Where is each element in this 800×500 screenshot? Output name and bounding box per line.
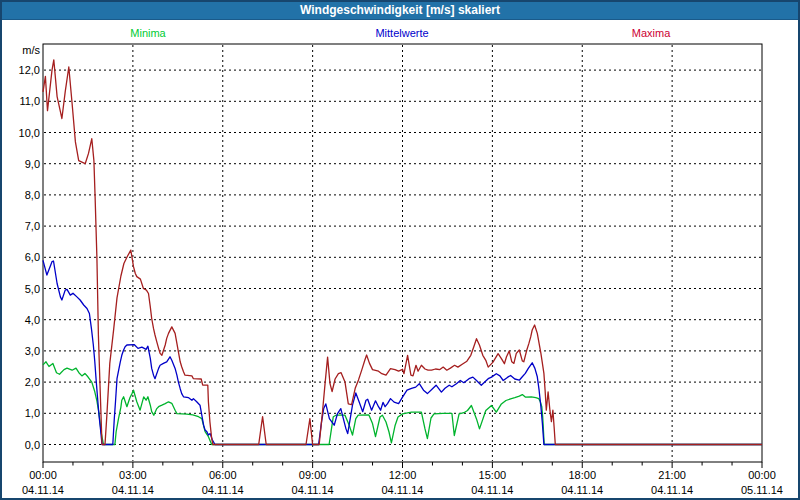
y-tick-label: 6,0 [25,251,40,263]
y-tick-label: 11,0 [19,95,40,107]
y-axis-unit-label: m/s [22,44,40,56]
x-tick-time-label: 18:00 [568,469,596,481]
y-tick-label: 4,0 [25,314,40,326]
x-tick-time-label: 09:00 [299,469,327,481]
y-tick-label: 2,0 [25,376,40,388]
y-tick-label: 3,0 [25,345,40,357]
y-tick-label: 0,0 [25,439,40,451]
x-tick-date-label: 04.11.14 [651,484,693,496]
x-tick-date-label: 04.11.14 [22,484,64,496]
x-tick-date-label: 04.11.14 [292,484,334,496]
x-tick-time-label: 12:00 [389,469,417,481]
y-tick-label: 9,0 [25,158,40,170]
y-tick-label: 1,0 [25,407,40,419]
x-tick-time-label: 00:00 [748,469,776,481]
y-tick-label: 12,0 [19,64,40,76]
x-tick-date-label: 04.11.14 [202,484,244,496]
y-tick-label: 10,0 [19,127,40,139]
chart-window: Windgeschwindigkeit [m/s] skaliert Minim… [0,0,800,500]
series-line-minima [43,362,762,445]
y-tick-label: 8,0 [25,189,40,201]
x-tick-date-label: 04.11.14 [471,484,513,496]
x-tick-date-label: 05.11.14 [741,484,783,496]
x-tick-time-label: 15:00 [479,469,507,481]
chart-canvas: m/s12,011,010,09,08,07,06,05,04,03,02,01… [2,2,800,500]
x-tick-date-label: 04.11.14 [381,484,423,496]
x-tick-time-label: 03:00 [119,469,147,481]
x-tick-time-label: 00:00 [29,469,57,481]
x-tick-date-label: 04.11.14 [112,484,154,496]
y-tick-label: 5,0 [25,283,40,295]
x-tick-date-label: 04.11.14 [561,484,603,496]
x-tick-time-label: 21:00 [658,469,686,481]
x-tick-time-label: 06:00 [209,469,237,481]
y-tick-label: 7,0 [25,220,40,232]
